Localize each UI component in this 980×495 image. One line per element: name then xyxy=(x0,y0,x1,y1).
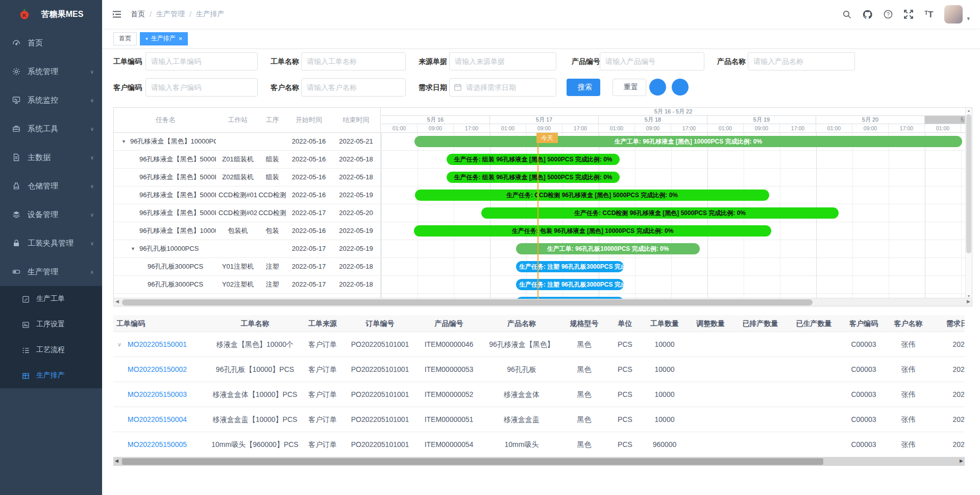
orders-cell-qty: 960000 xyxy=(642,432,688,457)
table-horizontal-scrollbar[interactable]: ◀ ▶ xyxy=(113,457,965,466)
scroll-right-icon[interactable]: ▶ xyxy=(967,299,970,304)
row-expand-caret-icon[interactable]: ▼ xyxy=(121,133,126,150)
gantt-task-process xyxy=(258,240,286,257)
work-order-link[interactable]: MO202205150005 xyxy=(128,440,187,449)
scroll-down-icon[interactable]: ▼ xyxy=(966,294,972,298)
work-order-link[interactable]: MO202205150001 xyxy=(128,340,187,348)
filter-input-来源单据[interactable] xyxy=(449,52,556,70)
sidebar-toggle-icon[interactable] xyxy=(112,10,121,18)
sidebar-item-layers[interactable]: 设备管理∨ xyxy=(0,200,102,229)
gantt-hour-label: 01:00 xyxy=(925,124,961,132)
gantt-bar-task[interactable]: 生产任务: 组装 96孔移液盒 [黑色] 5000PCS 完成比例: 0% xyxy=(447,172,620,183)
search-icon[interactable] xyxy=(843,10,851,19)
breadcrumb-item[interactable]: 生产管理 xyxy=(156,10,185,19)
filter-input-需求日期[interactable] xyxy=(449,78,556,97)
filter-input-客户编码[interactable] xyxy=(145,78,258,97)
scroll-left-icon[interactable]: ◀ xyxy=(115,458,118,463)
filter-field: 产品名称 xyxy=(717,52,855,70)
gantt-bar-selected[interactable]: 生产任务: 注塑 96孔孔板3000PCS 完成 xyxy=(516,261,624,272)
orders-cell-qty: 10000 xyxy=(642,407,688,432)
sidebar-item-label: 工装夹具管理 xyxy=(28,239,74,248)
sidebar-subitem-work-order[interactable]: 生产工单 xyxy=(0,286,102,312)
gantt-task-workstation xyxy=(217,133,258,150)
avatar[interactable] xyxy=(944,5,963,23)
sidebar-subitem-scheduling[interactable]: 生产排产 xyxy=(0,363,102,388)
gantt-bar-order[interactable]: 生产工单: 96孔孔板10000PCS 完成比例: 0% xyxy=(516,243,700,254)
sidebar-item-production[interactable]: 生产管理∧ xyxy=(0,257,102,286)
work-order-link[interactable]: MO202205150002 xyxy=(128,365,187,373)
gantt-bar-task[interactable]: 生产任务: CCD检测 96孔移液盒 [黑色] 5000PCS 完成比例: 0% xyxy=(481,207,839,219)
filter-input-工单编码[interactable] xyxy=(145,52,258,70)
orders-cell-item_no: ITEM00000052 xyxy=(414,382,483,407)
orders-cell-order_no: PO202205101001 xyxy=(346,407,414,432)
tab-item[interactable]: 首页 xyxy=(113,32,137,45)
filter-input-产品编号[interactable] xyxy=(600,52,704,70)
gantt-day-label: 5月 18 xyxy=(599,116,707,124)
reset-button[interactable]: 重置 xyxy=(612,79,646,96)
gantt-hscroll-thumb[interactable] xyxy=(122,299,813,305)
table-hscroll-thumb[interactable] xyxy=(122,458,823,465)
sidebar-item-dashboard[interactable]: 首页 xyxy=(0,29,102,57)
filter-input-客户名称[interactable] xyxy=(301,78,406,97)
gantt-bar-order[interactable]: 生产工单: 96孔移液盒 [黑色] 10000PCS 完成比例: 0% xyxy=(414,136,962,147)
sidebar-subitem-process-settings[interactable]: 工序设置 xyxy=(0,312,102,337)
help-icon[interactable]: ? xyxy=(884,10,893,19)
scroll-up-icon[interactable]: ▲ xyxy=(966,109,972,112)
gantt-vscroll-thumb[interactable] xyxy=(966,114,971,253)
gantt-bar-selected[interactable]: 生产任务: 注塑 96孔孔板3000PCS 完成 xyxy=(516,279,624,290)
tab-bar: 首页●生产排产× xyxy=(102,29,980,49)
orders-cell-demand_date: 2022 xyxy=(930,332,965,357)
sidebar-item-warehouse[interactable]: 仓储管理∨ xyxy=(0,172,102,200)
gantt-chart-row: 生产任务: CCD检测 96孔移液盒 [黑色] 5000PCS 完成比例: 0% xyxy=(381,186,965,204)
breadcrumb-item[interactable]: 生产排产 xyxy=(196,10,225,19)
filter-label: 工单编码 xyxy=(113,52,142,70)
tab-close-icon[interactable]: × xyxy=(179,35,183,42)
breadcrumb-item[interactable]: 首页 xyxy=(131,10,145,19)
github-icon[interactable] xyxy=(863,10,872,19)
work-order-link[interactable]: MO202205150004 xyxy=(128,415,187,423)
orders-cell-code: MO202205150005 xyxy=(113,432,210,457)
gantt-task-name: 96孔移液盒【黑色】10000PCS xyxy=(130,133,216,150)
sidebar-item-document[interactable]: 主数据∨ xyxy=(0,143,102,172)
work-order-link[interactable]: MO202205150003 xyxy=(128,390,187,398)
edit-round-button[interactable] xyxy=(672,79,689,96)
warehouse-icon xyxy=(12,182,20,190)
row-expand-caret-icon[interactable]: ∨ xyxy=(117,332,121,357)
gantt-horizontal-scrollbar[interactable]: ◀ ▶ xyxy=(114,298,972,306)
filter-input-产品名称[interactable] xyxy=(748,52,855,70)
user-caret-down-icon[interactable]: ▾ xyxy=(967,15,970,22)
gantt-vertical-scrollbar[interactable]: ▲ ▼ xyxy=(965,108,972,299)
refresh-round-button[interactable] xyxy=(649,79,666,96)
gantt-hour-label: 09:00 xyxy=(744,124,780,132)
search-button[interactable]: 搜索 xyxy=(567,79,600,96)
orders-column-header: 工单编码 xyxy=(113,315,210,332)
sidebar-item-lock[interactable]: 工装夹具管理∨ xyxy=(0,229,102,257)
filter-input-工单名称[interactable] xyxy=(301,52,406,70)
orders-column-header: 已排产数量 xyxy=(733,315,787,332)
sidebar-subitem-process-flow[interactable]: 工艺流程 xyxy=(0,337,102,363)
sidebar-item-toolbox[interactable]: 系统工具∨ xyxy=(0,114,102,143)
orders-column-header: 产品名称 xyxy=(483,315,560,332)
gantt-column-header: 工作站 xyxy=(217,108,258,132)
fullscreen-icon[interactable] xyxy=(904,10,913,19)
gantt-bar-task[interactable]: 生产任务: 组装 96孔移液盒 [黑色] 5000PCS 完成比例: 0% xyxy=(447,154,620,165)
sidebar-item-gear[interactable]: 系统管理∨ xyxy=(0,57,102,86)
gantt-bar-selected[interactable]: 生产任务: 注塑 96孔孔板3000PCS 完成 xyxy=(516,297,624,299)
row-expand-caret-icon[interactable]: ▼ xyxy=(131,240,135,257)
gantt-hour-label: 09:00 xyxy=(635,124,671,132)
gantt-chart-row: 生产任务: 注塑 96孔孔板3000PCS 完成 xyxy=(381,258,965,276)
today-marker-label: 今天 xyxy=(536,133,558,143)
sidebar-item-monitor[interactable]: 系统监控∨ xyxy=(0,86,102,114)
tab-active[interactable]: ●生产排产× xyxy=(140,32,188,45)
gantt-bar-task[interactable]: 生产任务: CCD检测 96孔移液盒 [黑色] 5000PCS 完成比例: 0% xyxy=(415,190,769,201)
gantt-column-header: 结束时间 xyxy=(331,108,381,132)
gantt-task-workstation: Y01注塑机 xyxy=(217,258,258,275)
filter-field: 需求日期 xyxy=(419,78,556,97)
sidebar-item-label: 仓储管理 xyxy=(28,181,58,191)
gantt-task-table-header: 任务名工作站工序开始时间结束时间 xyxy=(114,108,380,133)
scroll-right-icon[interactable]: ▶ xyxy=(960,458,963,463)
font-size-icon[interactable]: TT xyxy=(924,10,933,19)
scroll-left-icon[interactable]: ◀ xyxy=(115,299,119,304)
gantt-bar-task[interactable]: 生产任务: 包装 96孔移液盒 [黑色] 10000PCS 完成比例: 0% xyxy=(414,225,771,237)
orders-cell-item_no: ITEM00000054 xyxy=(414,432,483,457)
